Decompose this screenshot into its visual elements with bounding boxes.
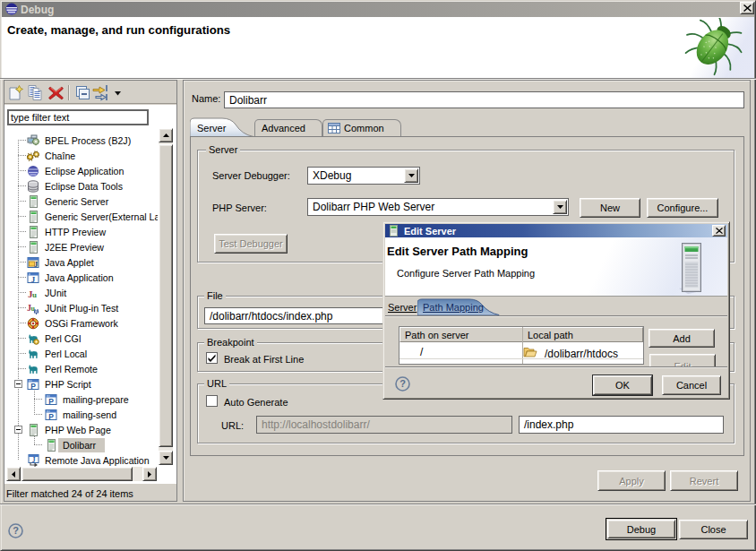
svg-text:?: ? (399, 378, 406, 389)
svg-text:?: ? (13, 525, 19, 536)
